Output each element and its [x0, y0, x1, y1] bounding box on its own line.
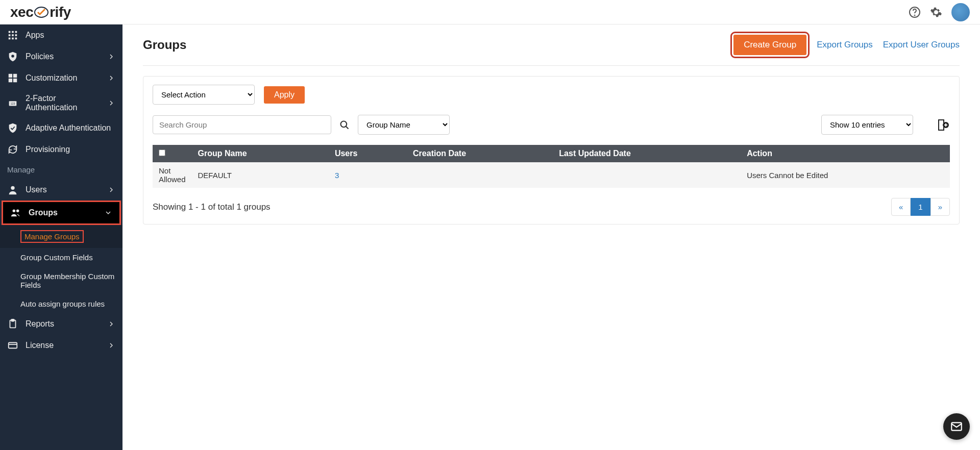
select-all-checkbox[interactable]	[159, 149, 165, 156]
table-header-action: Action	[741, 145, 950, 162]
sidebar-subitem-auto-assign-groups-rules[interactable]: Auto assign groups rules	[0, 294, 122, 313]
main-content: Groups Create Group Export Groups Export…	[122, 24, 980, 450]
sidebar-item-license[interactable]: License	[0, 335, 122, 356]
logo-text2: rify	[50, 4, 71, 20]
export-user-groups-link[interactable]: Export User Groups	[883, 40, 960, 50]
sidebar-item-groups[interactable]: Groups	[2, 201, 121, 225]
search-row: Group Name Show 10 entries	[153, 115, 950, 135]
sync-icon	[7, 144, 18, 155]
export-groups-link[interactable]: Export Groups	[817, 40, 873, 50]
chevron-right-icon	[107, 186, 115, 194]
table-cell-action: Users Cannot be Edited	[741, 162, 950, 188]
avatar[interactable]	[951, 3, 970, 21]
page-1-button[interactable]: 1	[911, 198, 930, 216]
apps-icon	[7, 30, 18, 41]
group-icon	[10, 207, 21, 218]
sidebar-subitem-group-custom-fields[interactable]: Group Custom Fields	[0, 248, 122, 267]
table-header-group-name: Group Name	[192, 145, 329, 162]
apply-button[interactable]: Apply	[264, 86, 305, 104]
page-header: Groups Create Group Export Groups Export…	[143, 35, 960, 66]
chevron-right-icon	[107, 74, 115, 82]
sidebar-subitem-group-membership-custom-fields[interactable]: Group Membership Custom Fields	[0, 267, 122, 294]
sidebar-subitem-manage-groups[interactable]: Manage Groups	[0, 225, 122, 248]
svg-rect-8	[15, 34, 17, 36]
entries-select[interactable]: Show 10 entries	[821, 115, 913, 135]
svg-point-21	[16, 210, 19, 213]
sidebar-item-label: Customization	[26, 73, 107, 83]
widgets-icon	[7, 72, 18, 84]
chevron-right-icon	[107, 341, 115, 349]
chat-button[interactable]	[943, 413, 970, 440]
sidebar-item-label: Groups	[29, 208, 104, 217]
sidebar-subitem-label: Auto assign groups rules	[20, 299, 105, 308]
sidebar-item-label: License	[26, 341, 107, 350]
svg-text:123: 123	[10, 102, 15, 105]
svg-point-12	[11, 55, 14, 58]
sidebar-item-label: Reports	[26, 319, 107, 329]
sidebar-section-manage: Manage	[0, 160, 122, 179]
sidebar-subitem-label: Group Membership Custom Fields	[20, 272, 114, 289]
table-header-users: Users	[329, 145, 407, 162]
sidebar-subitem-label: Manage Groups	[20, 230, 84, 243]
logo-text1: xec	[10, 4, 33, 20]
table-header-checkbox	[153, 145, 192, 162]
sidebar-item-reports[interactable]: Reports	[0, 313, 122, 335]
lock123-icon: 123	[7, 97, 18, 109]
clipboard-icon	[7, 318, 18, 330]
header-right	[909, 3, 970, 21]
sidebar-item-label: Apps	[26, 31, 115, 40]
sidebar-item-adaptive-auth[interactable]: Adaptive Authentication	[0, 117, 122, 139]
gear-icon[interactable]	[930, 6, 942, 18]
select-action[interactable]: Select Action	[153, 85, 255, 105]
chevron-down-icon	[104, 209, 112, 217]
search-icon[interactable]	[339, 120, 350, 130]
table-cell: Not Allowed	[153, 162, 192, 188]
toolbar: Select Action Apply	[153, 85, 950, 105]
page-title: Groups	[143, 38, 186, 52]
table-row: Not Allowed DEFAULT 3 Users Cannot be Ed…	[153, 162, 950, 188]
sidebar-item-customization[interactable]: Customization	[0, 67, 122, 89]
sidebar-item-label: Users	[26, 185, 107, 194]
sidebar-subitem-label: Group Custom Fields	[20, 253, 93, 262]
sidebar-item-label: 2-Factor Authentication	[26, 94, 107, 112]
person-icon	[7, 184, 18, 195]
groups-table: Group Name Users Creation Date Last Upda…	[153, 145, 950, 188]
table-header-last-updated: Last Updated Date	[553, 145, 741, 162]
page-next-button[interactable]: »	[930, 198, 950, 216]
sidebar-item-label: Adaptive Authentication	[26, 123, 115, 133]
filter-select[interactable]: Group Name	[358, 115, 450, 135]
page-prev-button[interactable]: «	[891, 198, 911, 216]
table-cell-group-name: DEFAULT	[192, 162, 329, 188]
sidebar-item-policies[interactable]: Policies	[0, 46, 122, 67]
sidebar-item-label: Policies	[26, 52, 107, 61]
chevron-right-icon	[107, 99, 115, 107]
help-icon[interactable]	[909, 6, 921, 18]
chevron-right-icon	[107, 320, 115, 328]
shield-icon	[7, 51, 18, 62]
pagination: « 1 »	[891, 198, 950, 216]
sidebar-item-2fa[interactable]: 123 2-Factor Authentication	[0, 89, 122, 117]
search-input[interactable]	[153, 115, 331, 134]
verified-icon	[7, 122, 18, 134]
chevron-right-icon	[107, 53, 115, 61]
svg-rect-3	[9, 31, 11, 33]
sidebar-item-users[interactable]: Users	[0, 179, 122, 201]
add-column-icon[interactable]	[936, 118, 950, 132]
table-header-creation-date: Creation Date	[407, 145, 553, 162]
svg-line-27	[346, 126, 349, 129]
groups-card: Select Action Apply Group Name Show 10 e…	[143, 76, 960, 224]
sidebar-item-apps[interactable]: Apps	[0, 24, 122, 46]
logo[interactable]: xec rify	[10, 4, 71, 20]
header: xec rify	[0, 0, 980, 24]
card-icon	[7, 340, 18, 351]
table-cell-users: 3	[329, 162, 407, 188]
sidebar-item-label: Provisioning	[26, 145, 115, 154]
page-actions: Create Group Export Groups Export User G…	[733, 35, 960, 55]
sidebar-item-provisioning[interactable]: Provisioning	[0, 139, 122, 160]
table-footer: Showing 1 - 1 of total 1 groups « 1 »	[153, 198, 950, 216]
users-count-link[interactable]: 3	[335, 171, 339, 180]
status-text: Showing 1 - 1 of total 1 groups	[153, 202, 271, 212]
table-cell-updated-date	[553, 162, 741, 188]
create-group-button[interactable]: Create Group	[733, 35, 806, 55]
svg-rect-7	[12, 34, 14, 36]
